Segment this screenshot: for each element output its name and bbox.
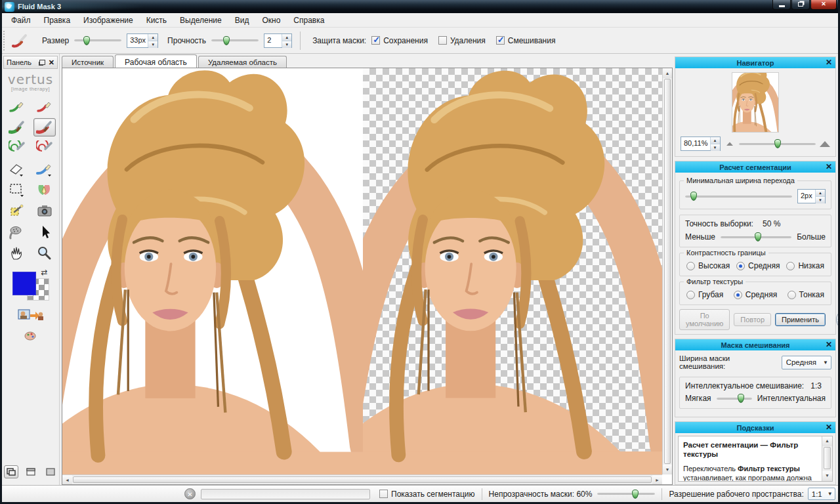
scroll-right-icon[interactable]: ► (652, 475, 662, 484)
protect-blend-checkbox[interactable] (496, 36, 505, 45)
view-split-button[interactable] (24, 465, 38, 478)
texture-filter-coarse[interactable]: Грубая (686, 290, 723, 299)
texture-filter-medium-radio[interactable] (734, 291, 742, 299)
tips-scrollbar[interactable]: ▲ ▼ (822, 436, 832, 481)
show-segmentation-row[interactable]: Показать сегментацию (379, 490, 475, 499)
scroll-up-icon[interactable]: ▲ (663, 68, 672, 78)
navigator-zoom-thumb[interactable] (774, 139, 781, 148)
menu-window[interactable]: Окно (255, 14, 287, 27)
segmentation-header[interactable]: Расчет сегментации ✕ (675, 161, 835, 173)
size-down-icon[interactable]: ▼ (148, 41, 158, 48)
tips-header[interactable]: Подсказки ✕ (675, 422, 835, 433)
source-image-pane[interactable] (62, 68, 363, 474)
tips-close-icon[interactable]: ✕ (826, 423, 832, 432)
swap-colors-icon[interactable]: ⇄ (41, 268, 47, 277)
blend-width-dropdown[interactable]: Средняя ▼ (782, 356, 831, 369)
menu-file[interactable]: Файл (5, 14, 37, 27)
navigator-zoom-slider[interactable] (739, 139, 816, 148)
mask-opacity-thumb[interactable] (632, 490, 639, 499)
scroll-down-icon[interactable]: ▼ (663, 465, 672, 474)
snapshot-camera-tool[interactable] (33, 202, 56, 220)
segmentation-close-icon[interactable]: ✕ (826, 162, 832, 171)
size-up-icon[interactable]: ▲ (148, 34, 158, 41)
zoom-down-icon[interactable]: ▼ (711, 144, 720, 151)
min-width-slider[interactable] (685, 192, 792, 201)
edge-contrast-high[interactable]: Высокая (686, 261, 730, 270)
zoom-up-icon[interactable]: ▲ (711, 137, 720, 144)
texture-filter-coarse-radio[interactable] (686, 291, 695, 299)
size-slider[interactable] (74, 36, 121, 45)
zoom-in-icon[interactable] (820, 140, 830, 147)
foreground-swatch[interactable] (12, 272, 36, 295)
magic-wand-tool[interactable] (6, 202, 28, 220)
eraser-tool[interactable] (6, 160, 28, 178)
resolution-dropdown[interactable]: 1:1 ▼ (808, 488, 835, 500)
blend-mask-close-icon[interactable]: ✕ (826, 340, 832, 349)
workspace-pen-tool[interactable] (33, 181, 56, 200)
delete-brush-tool[interactable] (33, 118, 56, 136)
view-cascade-button[interactable] (4, 465, 18, 478)
repeat-button[interactable]: Повтор (734, 313, 771, 326)
navigator-header[interactable]: Навигатор ✕ (675, 57, 835, 68)
navigator-zoom-spinbox[interactable]: 80,11% ▲▼ (681, 136, 721, 151)
edge-contrast-medium[interactable]: Средняя (736, 261, 780, 270)
sampling-thumb[interactable] (755, 232, 761, 242)
keep-local-brush-tool[interactable] (6, 139, 28, 158)
tips-scroll-up-icon[interactable]: ▲ (822, 436, 832, 446)
tool-panel-header[interactable]: Панель ✕ (3, 56, 58, 69)
canvas-vertical-scrollbar[interactable]: ▲ ▼ (662, 68, 672, 474)
min-width-value[interactable]: 2px (798, 190, 815, 203)
tab-source[interactable]: Источник (62, 56, 114, 68)
min-width-spinbox[interactable]: 2px ▲▼ (797, 189, 826, 203)
menu-image[interactable]: Изображение (77, 14, 140, 27)
zoom-out-icon[interactable] (726, 142, 733, 146)
edge-contrast-high-radio[interactable] (686, 262, 695, 270)
close-button[interactable]: ✕ (810, 0, 837, 10)
keep-pen-tool[interactable] (6, 97, 28, 116)
image-compare-icon[interactable] (18, 308, 44, 323)
marquee-select-tool[interactable] (6, 181, 28, 200)
keep-brush-tool[interactable] (6, 118, 28, 136)
tab-delete-area[interactable]: Удаляемая область (198, 56, 287, 68)
collapse-panel-button[interactable] (836, 312, 838, 327)
blend-brush-tool[interactable] (6, 223, 28, 242)
edge-contrast-medium-radio[interactable] (736, 262, 745, 270)
title-bar[interactable]: Fluid Mask 3 ✕ (2, 0, 838, 13)
texture-filter-fine-radio[interactable] (788, 291, 796, 299)
blend-mask-header[interactable]: Маска смешивания ✕ (675, 339, 835, 350)
smart-blend-thumb[interactable] (738, 394, 744, 403)
vertical-scroll-thumb[interactable] (664, 79, 671, 464)
menu-selection[interactable]: Выделение (173, 14, 228, 27)
strength-spinbox[interactable]: 2 ▲▼ (264, 33, 292, 48)
sampling-slider[interactable] (721, 232, 791, 242)
zoom-tool[interactable] (33, 244, 56, 262)
strength-slider-thumb[interactable] (223, 36, 230, 45)
default-button[interactable]: По умолчанию (679, 309, 730, 330)
apply-button[interactable]: Применить (775, 313, 826, 326)
strength-slider[interactable] (211, 36, 259, 45)
min-width-down-icon[interactable]: ▼ (816, 197, 825, 203)
view-single-button[interactable] (43, 465, 58, 478)
menu-brush[interactable]: Кисть (140, 14, 173, 27)
tab-work-area[interactable]: Рабочая область (115, 54, 197, 68)
menu-edit[interactable]: Правка (37, 14, 77, 27)
tips-scroll-down-icon[interactable]: ▼ (822, 471, 832, 481)
delete-local-brush-tool[interactable] (33, 139, 56, 158)
strength-value[interactable]: 2 (264, 34, 282, 47)
texture-filter-fine[interactable]: Тонкая (788, 290, 824, 299)
edge-contrast-low-radio[interactable] (786, 262, 795, 270)
smart-blend-slider[interactable] (717, 394, 752, 403)
tips-scroll-thumb[interactable] (824, 447, 831, 469)
min-width-up-icon[interactable]: ▲ (816, 190, 825, 197)
protect-keep-checkbox[interactable] (371, 36, 380, 45)
masked-image-pane[interactable] (363, 68, 663, 474)
mask-paint-icon[interactable] (24, 329, 38, 341)
panel-float-icon[interactable] (39, 60, 45, 65)
menu-view[interactable]: Вид (228, 14, 256, 27)
strength-up-icon[interactable]: ▲ (282, 34, 291, 41)
edge-contrast-low[interactable]: Низкая (786, 261, 824, 270)
size-value[interactable]: 33px (127, 34, 148, 47)
protect-delete-checkbox-row[interactable]: Удаления (438, 36, 486, 45)
toolbar-grip[interactable] (3, 31, 8, 51)
size-spinbox[interactable]: 33px ▲▼ (127, 33, 158, 48)
